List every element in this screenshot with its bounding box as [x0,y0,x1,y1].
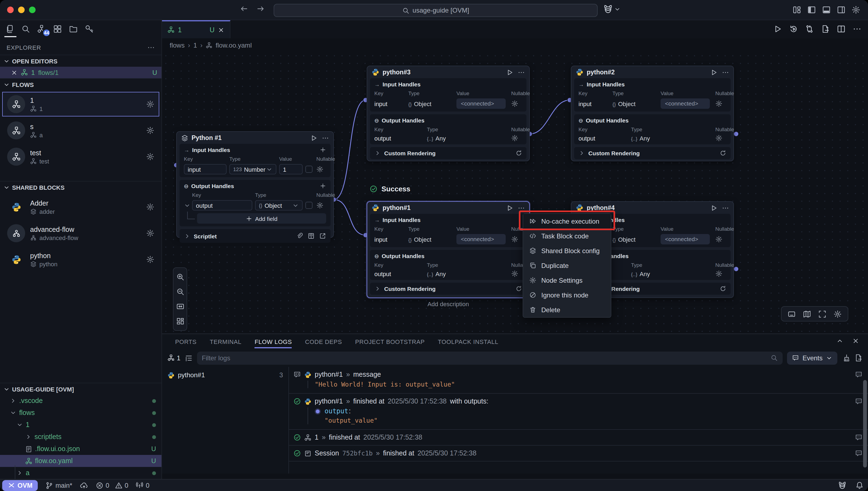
git-branch-status[interactable]: main* [46,482,72,489]
node-python1[interactable]: python#1 →Input Handles KeyType ValueNul… [367,201,530,298]
close-icon[interactable] [218,27,224,33]
canvas-settings-icon[interactable] [834,310,842,318]
fit-view-icon[interactable] [818,310,826,318]
chevron-right-icon[interactable] [374,150,381,156]
flow-settings-icon[interactable] [146,126,154,135]
node-more-icon[interactable] [722,68,729,76]
menu-item-duplicate[interactable]: Duplicate [523,258,611,273]
log-source-item[interactable]: python#1 3 [162,369,289,381]
flows-section-header[interactable]: FLOWS [0,78,161,90]
node-python-1[interactable]: Python #1 →Input Handles KeyType ValueNu… [176,131,334,238]
events-dropdown[interactable]: Events [787,351,837,365]
customize-layout-icon[interactable] [792,5,801,14]
split-editor-icon[interactable] [837,25,846,33]
flow-list-item[interactable]: s a [2,118,159,143]
comment-icon[interactable] [855,450,863,457]
workspace-header[interactable]: USAGE-GUIDE [OVM] [0,383,161,395]
tree-item-1[interactable]: 1 [0,419,161,431]
open-source-file-icon[interactable] [821,25,830,33]
tree-item-vscode[interactable]: .vscode [0,395,161,407]
menu-item-ignore-node[interactable]: Ignore this node [523,288,611,302]
block-settings-icon[interactable] [146,255,154,264]
search-view-icon[interactable] [21,24,30,33]
rerun-icon[interactable] [789,25,798,33]
sync-cloud-icon[interactable] [80,481,88,489]
tab-flow-1[interactable]: 1 U [162,20,230,38]
panel-maximize-icon[interactable] [836,337,843,344]
node-more-icon[interactable] [722,204,729,211]
add-output-icon[interactable] [320,183,326,189]
handle-settings-icon[interactable] [316,202,323,209]
shared-block-item[interactable]: advanced-flow advanced-flow [2,221,159,246]
open-editor-item[interactable]: 1 flows/1 U [0,67,161,78]
command-center-search[interactable]: usage-guide [OVM] [274,4,598,17]
filter-logs-input[interactable] [202,354,770,362]
run-node-icon[interactable] [506,204,513,211]
assistant-menu[interactable] [603,4,621,14]
tab-terminal[interactable]: TERMINAL [210,334,241,349]
toggle-sidebar-right-icon[interactable] [837,5,846,14]
minimize-window-button[interactable] [18,6,25,13]
folder-view-icon[interactable] [69,24,78,33]
keys-view-icon[interactable] [85,24,93,33]
blocks-view-icon[interactable] [53,24,62,33]
panel-close-icon[interactable] [852,337,859,344]
handle-settings-icon[interactable] [511,270,518,277]
value-input[interactable]: 1 [279,164,303,174]
block-settings-icon[interactable] [146,229,154,237]
breadcrumb-1[interactable]: 1 [193,41,197,49]
handle-settings-icon[interactable] [511,135,518,142]
flow-settings-icon[interactable] [146,100,154,108]
log-row-session-finished[interactable]: Session 752bfc1b » finished at 2025/5/30… [289,445,868,461]
tree-item-flow-ui-json[interactable]: .flow.ui.oo.jsonU [0,443,161,455]
comment-icon[interactable] [855,434,863,441]
handle-settings-icon[interactable] [715,270,723,277]
key-input[interactable]: output [192,200,252,210]
bell-icon[interactable] [856,481,864,489]
docs-icon[interactable] [307,232,315,239]
toggle-sidebar-left-icon[interactable] [807,5,816,14]
log-row-node-finished[interactable]: python#1 » finished at 2025/5/30 17:52:3… [289,394,868,430]
tree-item-flows[interactable]: flows [0,407,161,419]
flow-run-selector[interactable]: 1 [167,354,180,362]
refresh-icon[interactable] [516,285,522,292]
back-icon[interactable] [240,4,248,13]
handle-settings-icon[interactable] [715,135,723,142]
filter-logs-field[interactable] [197,351,783,365]
explorer-more-icon[interactable] [147,44,155,51]
flow-settings-icon[interactable] [146,152,154,161]
tree-item-a[interactable]: a [0,467,161,479]
window-controls[interactable] [7,6,35,13]
close-window-button[interactable] [7,6,14,13]
node-more-icon[interactable] [518,68,525,76]
log-row-message[interactable]: python#1 » message "Hello World! Input i… [289,367,868,394]
clear-logs-icon[interactable] [842,354,850,362]
problems-status[interactable]: 0 0 [96,482,128,489]
shared-block-item[interactable]: Adder adder [2,195,159,219]
run-node-icon[interactable] [710,68,717,76]
refresh-icon[interactable] [516,150,522,156]
maximize-window-button[interactable] [29,6,35,13]
type-select[interactable]: {} Object [255,200,303,210]
run-node-icon[interactable] [506,68,513,76]
node-python2[interactable]: python#2 →Input Handles KeyType ValueNul… [571,66,734,161]
zoom-out-icon[interactable] [176,288,184,296]
nullable-checkbox[interactable] [305,202,313,209]
menu-item-delete[interactable]: Delete [523,302,611,317]
comment-icon[interactable] [855,371,863,378]
minimap-icon[interactable] [803,310,811,318]
add-input-icon[interactable] [320,147,326,153]
breadcrumb-flows[interactable]: flows [170,41,185,49]
fit-width-icon[interactable] [176,302,184,311]
menu-item-shared-block-config[interactable]: Shared Block config [523,243,611,258]
tab-flow-logs[interactable]: FLOW LOGS [254,334,292,349]
type-select[interactable]: 123 Number [229,164,276,174]
flow-list-item[interactable]: test test [2,144,159,169]
run-node-icon[interactable] [710,204,717,211]
tab-toolpack-install[interactable]: TOOLPACK INSTALL [438,334,498,349]
node-more-icon[interactable] [322,134,329,141]
flow-canvas[interactable]: Python #1 →Input Handles KeyType ValueNu… [162,52,868,334]
refresh-icon[interactable] [720,285,726,292]
settings-gear-icon[interactable] [851,5,860,14]
tree-item-scriptlets[interactable]: scriptlets [0,431,161,443]
